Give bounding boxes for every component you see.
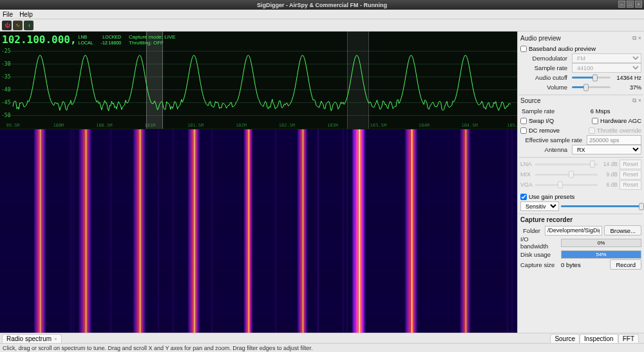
demodulator-select[interactable]: FM [572, 53, 641, 63]
audio-samplerate-select[interactable]: 44100 [572, 63, 641, 73]
audio-cutoff-slider[interactable] [572, 77, 611, 79]
capture-size: 0 bytes [561, 261, 608, 268]
waterfall-display[interactable] [0, 129, 517, 333]
close-icon[interactable]: × [635, 1, 642, 8]
lnb-label: LNB [79, 34, 93, 40]
maximize-icon[interactable]: □ [627, 1, 634, 8]
mix-reset-button[interactable]: Reset [620, 170, 641, 180]
dc-remove-checkbox[interactable] [520, 127, 527, 134]
baseband-preview-checkbox[interactable] [520, 46, 527, 52]
disk-usage-progress: 54% [561, 250, 641, 259]
throttling: OFF [153, 40, 164, 46]
menu-bar: File Help [0, 10, 644, 19]
close-panel-icon[interactable]: × [638, 97, 641, 104]
tab-source[interactable]: Source [550, 334, 580, 343]
tab-fft[interactable]: FFT [618, 334, 639, 343]
use-gain-presets-checkbox[interactable] [520, 194, 527, 200]
window-titlebar: SigDigger - AirSpy & Commercial FM - Run… [0, 0, 644, 10]
waveform-icon[interactable]: ∿ [13, 21, 23, 30]
close-tab-icon[interactable]: × [54, 336, 57, 342]
record-button[interactable]: Record [610, 259, 641, 270]
panel-title-source: Source [520, 97, 541, 104]
sensitivity-slider[interactable] [561, 205, 641, 207]
window-title: SigDigger - AirSpy & Commercial FM - Run… [257, 2, 387, 8]
spectrum-display[interactable]: 102.100.000, LNB LOCAL LOCKED -12:18600 … [0, 32, 517, 129]
panel-audio-preview: Audio preview ⧉× Baseband audio preview … [519, 33, 643, 95]
right-tab-bar: Source Inspection FFT [517, 333, 644, 343]
close-panel-icon[interactable]: × [638, 35, 641, 42]
toolbar: ⏻ ∿ ⫞ [0, 19, 644, 32]
detach-icon[interactable]: ⧉ [632, 35, 636, 42]
detach-icon[interactable]: ⧉ [632, 97, 636, 104]
lna-gain-slider[interactable] [535, 163, 598, 165]
throttle-override-checkbox [589, 127, 595, 134]
offset-readout: -12:18600 [101, 40, 122, 46]
left-tab-bar: Radio spectrum× [0, 333, 517, 343]
local-label: LOCAL [79, 40, 93, 46]
tab-radio-spectrum[interactable]: Radio spectrum× [2, 334, 62, 343]
panel-capture-recorder: Capture recorder FolderBrowse... I/O ban… [519, 214, 643, 272]
swap-iq-checkbox[interactable] [520, 118, 527, 124]
panel-source: Source ⧉× Sample rate6 Msps Swap I/Q Har… [519, 95, 643, 158]
side-panel: Audio preview ⧉× Baseband audio preview … [517, 32, 644, 333]
browse-button[interactable]: Browse... [604, 225, 641, 236]
menu-file[interactable]: File [3, 11, 13, 18]
vga-gain-slider[interactable] [535, 184, 598, 186]
lna-reset-button[interactable]: Reset [620, 160, 641, 169]
gain-preset-select[interactable]: Sensitivity [520, 201, 559, 211]
io-bandwidth-progress: 0% [561, 239, 641, 247]
spectrum-pane: 102.100.000, LNB LOCAL LOCKED -12:18600 … [0, 32, 517, 333]
locked-label: LOCKED [101, 34, 122, 40]
antenna-select[interactable]: RX [572, 145, 641, 154]
panel-title-recorder: Capture recorder [520, 216, 573, 223]
vga-reset-button[interactable]: Reset [620, 180, 641, 190]
capture-mode: LIVE [164, 34, 175, 40]
hardware-agc-checkbox[interactable] [592, 118, 598, 124]
effective-samplerate-input[interactable] [587, 135, 641, 145]
tab-inspection[interactable]: Inspection [580, 334, 618, 343]
power-icon[interactable]: ⏻ [2, 21, 12, 30]
minimize-icon[interactable]: – [618, 1, 625, 8]
status-bar: Click, drag or scroll on spectrum to tun… [0, 343, 644, 352]
status-text: Click, drag or scroll on spectrum to tun… [3, 345, 312, 351]
menu-help[interactable]: Help [19, 11, 33, 18]
panel-gains: LNA14 dBReset MIX9 dBReset VGA6 dBReset … [519, 158, 643, 214]
volume-slider[interactable] [572, 86, 611, 88]
panel-title-audio: Audio preview [520, 35, 561, 42]
folder-input[interactable] [545, 226, 602, 236]
activity-icon[interactable]: ⫞ [24, 21, 33, 30]
mix-gain-slider[interactable] [535, 174, 598, 176]
source-samplerate: 6 Msps [559, 107, 641, 115]
frequency-readout[interactable]: 102.100.000, [0, 33, 79, 46]
